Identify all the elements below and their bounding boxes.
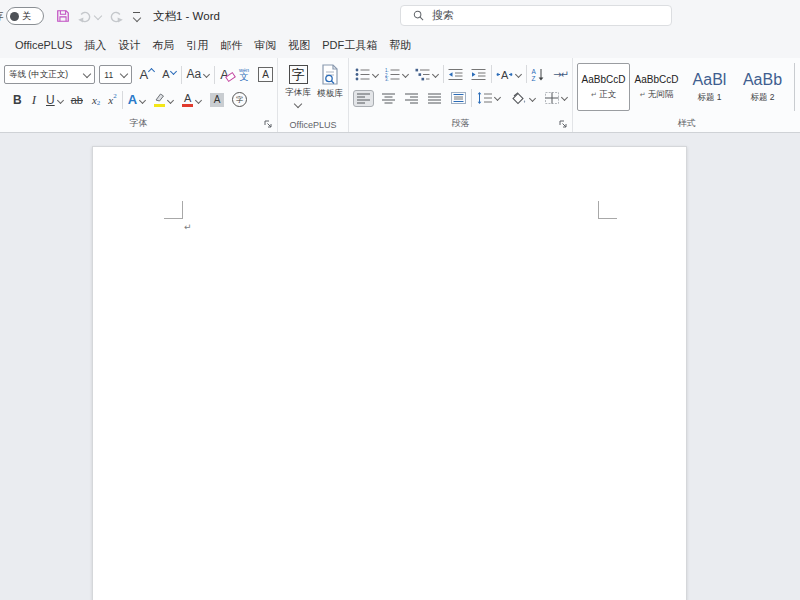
superscript-button[interactable]: x2 [106, 94, 118, 106]
clear-formatting-button[interactable]: A [218, 68, 231, 81]
autosave-toggle[interactable]: 关 [6, 7, 44, 25]
distribute-button[interactable] [449, 92, 468, 104]
document-title: 文档1 - Word [153, 9, 220, 24]
tab-view[interactable]: 视图 [282, 32, 316, 58]
style-normal[interactable]: AaBbCcD ↵ 正文 [577, 63, 630, 111]
tab-insert[interactable]: 插入 [78, 32, 112, 58]
svg-text:Z: Z [532, 74, 536, 80]
phonetic-guide-button[interactable]: wén 文 [237, 68, 251, 82]
justify-button[interactable] [426, 93, 443, 104]
tab-layout[interactable]: 布局 [146, 32, 180, 58]
autosave-state-label: 关 [22, 12, 31, 21]
tab-design[interactable]: 设计 [112, 32, 146, 58]
style-no-spacing[interactable]: AaBbCcD ↵ 无间隔 [630, 63, 683, 111]
show-hide-marks-button[interactable]: →↵ [551, 69, 570, 80]
ribbon: 等线 (中文正文) 11 A A Aa [0, 58, 800, 133]
chevron-down-icon [57, 96, 64, 103]
bold-button[interactable]: B [11, 93, 24, 107]
paragraph-dialog-launcher[interactable] [559, 120, 568, 129]
font-library-button[interactable]: 字 字体库 [282, 63, 314, 118]
strikethrough-button[interactable]: ab [69, 94, 85, 106]
tab-pdf-tools[interactable]: PDF工具箱 [316, 32, 383, 58]
style-heading-2[interactable]: AaBb 标题 2 [736, 63, 789, 111]
tab-mailings[interactable]: 邮件 [214, 32, 248, 58]
ribbon-tab-row: OfficePLUS 插入 设计 布局 引用 邮件 审阅 视图 PDF工具箱 帮… [0, 32, 800, 58]
template-library-icon [320, 64, 340, 85]
paragraph-mark: ↵ [184, 222, 192, 232]
enclose-characters-button[interactable]: 字 [230, 92, 249, 107]
template-library-button[interactable]: 模板库 [314, 63, 346, 118]
styles-group: AaBbCcD ↵ 正文 AaBbCcD ↵ 无间隔 AaBl 标题 1 AaB… [573, 58, 800, 132]
tab-references[interactable]: 引用 [180, 32, 214, 58]
caret-down-icon [170, 68, 177, 75]
decrease-indent-button[interactable] [446, 68, 465, 81]
search-box[interactable]: 搜索 [400, 5, 672, 26]
tab-officeplus[interactable]: OfficePLUS [9, 32, 78, 58]
document-page[interactable]: ↵ [92, 146, 687, 600]
chevron-down-icon [132, 13, 140, 21]
font-name-combo[interactable]: 等线 (中文正文) [4, 65, 95, 84]
font-size-combo[interactable]: 11 [99, 65, 131, 84]
style-heading-1[interactable]: AaBl 标题 1 [683, 63, 736, 111]
increase-indent-button[interactable] [469, 68, 488, 81]
character-border-button[interactable]: A [256, 67, 275, 82]
redo-icon [109, 10, 123, 23]
numbering-button[interactable]: 1.2.3. [383, 68, 410, 81]
align-center-button[interactable] [380, 93, 397, 104]
undo-button[interactable] [74, 4, 105, 28]
chevron-down-icon [494, 94, 501, 101]
align-right-icon [405, 93, 418, 104]
chevron-down-icon [119, 69, 127, 77]
undo-chevron-icon [94, 12, 102, 20]
align-right-button[interactable] [403, 93, 420, 104]
tab-review[interactable]: 审阅 [248, 32, 282, 58]
line-spacing-icon [477, 92, 492, 104]
align-left-button[interactable] [353, 90, 374, 107]
change-case-button[interactable]: Aa [185, 68, 212, 81]
line-spacing-button[interactable] [475, 92, 502, 104]
character-shading-button[interactable]: A [208, 93, 226, 107]
bullets-button[interactable] [353, 68, 380, 81]
chevron-down-icon [515, 70, 522, 77]
italic-button[interactable]: I [30, 92, 38, 108]
borders-button[interactable] [543, 92, 569, 104]
chevron-down-icon [203, 71, 210, 78]
sort-icon: A Z [531, 68, 545, 81]
multilevel-list-button[interactable] [413, 68, 440, 81]
font-group-label: 字体 [0, 117, 277, 130]
chevron-down-icon [139, 97, 146, 104]
styles-group-label: 样式 [573, 117, 800, 130]
document-area[interactable]: ↵ [0, 133, 800, 600]
font-dialog-launcher[interactable] [264, 120, 273, 129]
styles-gallery-divider [794, 63, 795, 111]
officeplus-group: 字 字体库 模板库 OfficePLUS [278, 58, 349, 132]
margin-crop-mark-right [598, 201, 617, 219]
sort-button[interactable]: A Z [529, 68, 547, 81]
quick-access-toolbar-menu[interactable] [133, 12, 140, 21]
paragraph-group: 1.2.3. [349, 58, 573, 132]
tab-help[interactable]: 帮助 [383, 32, 417, 58]
underline-button[interactable]: U [44, 93, 65, 107]
grow-font-button[interactable]: A [138, 68, 157, 81]
redo-button[interactable] [105, 4, 127, 28]
asian-layout-button[interactable]: A [494, 68, 523, 81]
save-button[interactable] [52, 4, 74, 28]
officeplus-group-label: OfficePLUS [278, 120, 348, 130]
highlighter-icon [153, 93, 165, 103]
autosave-toggle-knob [10, 12, 19, 21]
highlight-color-button[interactable] [151, 93, 175, 107]
word-window: 存 关 文档1 [0, 0, 800, 600]
caret-up-icon [148, 68, 155, 75]
multilevel-list-icon [415, 68, 430, 81]
font-color-button[interactable]: A [180, 93, 203, 107]
save-icon [56, 9, 70, 23]
align-center-icon [382, 93, 395, 104]
shrink-font-button[interactable]: A [160, 68, 177, 81]
shading-button[interactable] [509, 92, 537, 105]
text-effects-button[interactable]: A [126, 92, 147, 107]
font-library-icon: 字 [289, 65, 308, 84]
borders-icon [545, 92, 559, 104]
title-bar: 存 关 文档1 [0, 0, 800, 32]
chevron-down-icon [529, 94, 536, 101]
subscript-button[interactable]: x2 [90, 94, 102, 106]
